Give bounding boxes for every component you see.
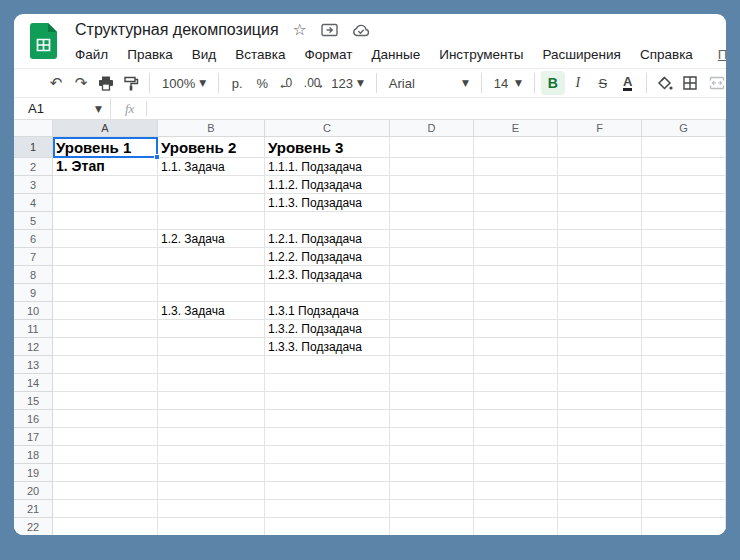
row-header-14[interactable]: 14 [14, 374, 53, 392]
cell-E21[interactable] [474, 500, 558, 518]
sheets-logo-icon[interactable] [30, 23, 57, 59]
cell-G20[interactable] [642, 482, 726, 500]
cell-C16[interactable] [265, 410, 390, 428]
cell-G5[interactable] [642, 212, 726, 230]
cell-B15[interactable] [158, 392, 265, 410]
cell-A11[interactable] [53, 320, 158, 338]
cell-F13[interactable] [558, 356, 642, 374]
cell-E15[interactable] [474, 392, 558, 410]
cell-A16[interactable] [53, 410, 158, 428]
cell-B6[interactable]: 1.2. Задача [158, 230, 265, 248]
cell-A19[interactable] [53, 464, 158, 482]
cell-A10[interactable] [53, 302, 158, 320]
cell-D11[interactable] [390, 320, 474, 338]
column-header-D[interactable]: D [390, 120, 474, 137]
column-header-C[interactable]: C [265, 120, 390, 137]
cell-E5[interactable] [474, 212, 558, 230]
cell-F8[interactable] [558, 266, 642, 284]
cell-F21[interactable] [558, 500, 642, 518]
cloud-saved-icon[interactable] [352, 24, 370, 37]
cell-A14[interactable] [53, 374, 158, 392]
cell-A4[interactable] [53, 194, 158, 212]
print-button[interactable] [94, 71, 118, 95]
borders-button[interactable] [678, 71, 702, 95]
cell-A1[interactable]: Уровень 1 [53, 137, 158, 158]
cell-D3[interactable] [390, 176, 474, 194]
menu-edit[interactable]: Правка [127, 47, 173, 62]
cell-F14[interactable] [558, 374, 642, 392]
menu-file[interactable]: Файл [75, 47, 108, 62]
row-header-2[interactable]: 2 [14, 158, 53, 176]
cell-A13[interactable] [53, 356, 158, 374]
cell-C14[interactable] [265, 374, 390, 392]
cell-C11[interactable]: 1.3.2. Подзадача [265, 320, 390, 338]
cell-D12[interactable] [390, 338, 474, 356]
cell-B19[interactable] [158, 464, 265, 482]
cell-B4[interactable] [158, 194, 265, 212]
cell-D21[interactable] [390, 500, 474, 518]
cell-B2[interactable]: 1.1. Задача [158, 158, 265, 176]
cell-G15[interactable] [642, 392, 726, 410]
cell-D9[interactable] [390, 284, 474, 302]
cell-C13[interactable] [265, 356, 390, 374]
cell-E19[interactable] [474, 464, 558, 482]
cell-C4[interactable]: 1.1.3. Подзадача [265, 194, 390, 212]
cell-B16[interactable] [158, 410, 265, 428]
cell-C3[interactable]: 1.1.2. Подзадача [265, 176, 390, 194]
paint-format-button[interactable] [119, 71, 143, 95]
cell-A12[interactable] [53, 338, 158, 356]
cell-B21[interactable] [158, 500, 265, 518]
text-color-button[interactable]: A [616, 71, 640, 95]
increase-decimal-button[interactable]: .00→ [300, 71, 324, 95]
cell-F6[interactable] [558, 230, 642, 248]
cell-E20[interactable] [474, 482, 558, 500]
cell-D14[interactable] [390, 374, 474, 392]
row-header-16[interactable]: 16 [14, 410, 53, 428]
menu-insert[interactable]: Вставка [235, 47, 285, 62]
percent-format-button[interactable]: % [250, 71, 274, 95]
row-header-15[interactable]: 15 [14, 392, 53, 410]
row-header-11[interactable]: 11 [14, 320, 53, 338]
cell-D13[interactable] [390, 356, 474, 374]
cell-C15[interactable] [265, 392, 390, 410]
cell-F1[interactable] [558, 137, 642, 158]
cell-B10[interactable]: 1.3. Задача [158, 302, 265, 320]
cell-G1[interactable] [642, 137, 726, 158]
bold-button[interactable]: B [541, 71, 565, 95]
redo-button[interactable]: ↷ [69, 71, 93, 95]
row-header-6[interactable]: 6 [14, 230, 53, 248]
cell-D22[interactable] [390, 518, 474, 535]
cell-C12[interactable]: 1.3.3. Подзадача [265, 338, 390, 356]
cell-B17[interactable] [158, 428, 265, 446]
cell-E6[interactable] [474, 230, 558, 248]
cell-A2[interactable]: 1. Этап [53, 158, 158, 176]
row-header-4[interactable]: 4 [14, 194, 53, 212]
row-header-17[interactable]: 17 [14, 428, 53, 446]
undo-button[interactable]: ↶ [44, 71, 68, 95]
document-title[interactable]: Структурная декомпозиция [75, 21, 279, 39]
cell-C5[interactable] [265, 212, 390, 230]
cell-C22[interactable] [265, 518, 390, 535]
cell-F5[interactable] [558, 212, 642, 230]
cell-G14[interactable] [642, 374, 726, 392]
row-header-20[interactable]: 20 [14, 482, 53, 500]
row-header-19[interactable]: 19 [14, 464, 53, 482]
menu-extensions[interactable]: Расширения [542, 47, 621, 62]
column-header-G[interactable]: G [642, 120, 726, 137]
cell-E2[interactable] [474, 158, 558, 176]
cell-G17[interactable] [642, 428, 726, 446]
cell-C10[interactable]: 1.3.1 Подзадача [265, 302, 390, 320]
cell-B14[interactable] [158, 374, 265, 392]
cell-B11[interactable] [158, 320, 265, 338]
cell-B9[interactable] [158, 284, 265, 302]
cell-C2[interactable]: 1.1.1. Подзадача [265, 158, 390, 176]
cell-C7[interactable]: 1.2.2. Подзадача [265, 248, 390, 266]
cell-D15[interactable] [390, 392, 474, 410]
cell-G2[interactable] [642, 158, 726, 176]
cell-E8[interactable] [474, 266, 558, 284]
row-header-21[interactable]: 21 [14, 500, 53, 518]
row-header-1[interactable]: 1 [14, 137, 53, 158]
cell-G4[interactable] [642, 194, 726, 212]
cell-G12[interactable] [642, 338, 726, 356]
cell-F12[interactable] [558, 338, 642, 356]
